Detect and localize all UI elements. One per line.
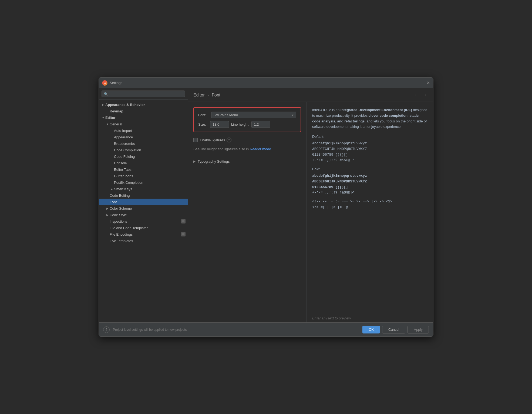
no-arrow: [105, 109, 110, 113]
sidebar-item-label: Appearance & Behavior: [105, 103, 186, 107]
preview-bold-upper: ABCDEFGHIJKLMNOPQRSTUVWXYZ: [312, 179, 428, 185]
sidebar-item-label: Font: [110, 200, 186, 204]
sidebar-item-code-completion[interactable]: Code Completion: [99, 147, 188, 153]
search-icon: 🔍: [104, 92, 108, 96]
sidebar-item-console[interactable]: Console: [99, 160, 188, 166]
help-button[interactable]: ?: [103, 326, 110, 333]
sidebar: 🔍 ▶ Appearance & Behavior Keymap: [99, 88, 188, 322]
font-settings-panel: Font: JetBrains Mono Consolas Courier Ne…: [188, 102, 307, 322]
sidebar-item-label: File and Code Templates: [110, 226, 186, 230]
ligature-row: Enable ligatures ?: [193, 138, 301, 142]
sidebar-item-editor-tabs[interactable]: Editor Tabs: [99, 166, 188, 173]
sidebar-item-label: Code Editing: [110, 193, 186, 198]
titlebar: ⬡ Settings ✕: [99, 78, 433, 88]
content-split: Font: JetBrains Mono Consolas Courier Ne…: [188, 102, 433, 322]
sidebar-item-code-folding[interactable]: Code Folding: [99, 153, 188, 160]
no-arrow: [105, 239, 110, 243]
apply-button[interactable]: Apply: [408, 326, 429, 333]
settings-dialog: ⬡ Settings ✕ 🔍 ▶ Appearance & Behavior: [99, 77, 433, 337]
sidebar-item-label: General: [110, 122, 186, 126]
sidebar-item-label: File Encodings: [110, 232, 180, 236]
sidebar-item-label: Console: [114, 161, 186, 165]
line-height-input[interactable]: [251, 121, 270, 128]
preview-bold-section: Bold: abcdefghijklmnopqrstuvwxyz ABCDEFG…: [312, 166, 428, 196]
sidebar-item-color-scheme[interactable]: ▶ Color Scheme: [99, 205, 188, 212]
reader-mode-prefix: See line height and ligatures also in: [193, 147, 250, 151]
sidebar-item-postfix-completion[interactable]: Postfix Completion: [99, 179, 188, 186]
sidebar-tree: ▶ Appearance & Behavior Keymap ▼ Editor …: [99, 100, 188, 322]
sidebar-item-label: Gutter Icons: [114, 174, 186, 178]
sidebar-item-label: Code Folding: [114, 155, 186, 159]
chevron-right-icon: ▶: [105, 213, 110, 217]
typography-settings-row[interactable]: ▶ Typography Settings: [193, 157, 301, 166]
font-size-row: Size: Line height:: [198, 121, 296, 128]
back-button[interactable]: ←: [414, 92, 420, 98]
preview-bold-lower: abcdefghijklmnopqrstuvwxyz: [312, 173, 428, 179]
font-select[interactable]: JetBrains Mono Consolas Courier New Fira…: [211, 112, 296, 118]
forward-button[interactable]: →: [422, 92, 428, 98]
no-arrow: [110, 128, 114, 133]
sidebar-item-label: Auto Import: [114, 129, 186, 133]
preview-area: IntelliJ IDEA is an Integrated Developme…: [307, 102, 433, 322]
sidebar-item-gutter-icons[interactable]: Gutter Icons: [99, 173, 188, 179]
file-encodings-badge: [181, 232, 186, 236]
preview-default-symbols: +-*/= .,;:!? #&$%@|^: [312, 158, 428, 163]
ligature-label: Enable ligatures: [200, 138, 225, 142]
sidebar-item-label: Live Templates: [110, 239, 186, 243]
sidebar-item-appearance[interactable]: Appearance: [99, 134, 188, 140]
no-arrow: [105, 193, 110, 198]
no-arrow: [110, 167, 114, 172]
preview-default-upper: ABCDEFGHIJKLMNOPQRSTUVWXYZ: [312, 146, 428, 152]
reader-mode-link[interactable]: Reader mode: [250, 147, 271, 151]
sidebar-item-keymap[interactable]: Keymap: [99, 108, 188, 114]
sidebar-item-file-encodings[interactable]: File Encodings: [99, 231, 188, 238]
sidebar-item-general[interactable]: ▼ General: [99, 121, 188, 127]
help-icon: ?: [105, 328, 107, 332]
sidebar-item-appearance-behavior[interactable]: ▶ Appearance & Behavior: [99, 101, 188, 108]
no-arrow: [110, 180, 114, 185]
font-config-box: Font: JetBrains Mono Consolas Courier Ne…: [193, 107, 301, 132]
help-icon[interactable]: ?: [227, 138, 231, 142]
font-size-input[interactable]: [210, 121, 229, 128]
sidebar-item-smart-keys[interactable]: ▶ Smart Keys: [99, 186, 188, 192]
font-label: Font:: [198, 113, 209, 117]
search-box: 🔍: [99, 88, 188, 100]
chevron-right-icon: ▶: [193, 160, 196, 163]
chevron-right-icon: ▶: [101, 102, 105, 107]
size-label: Size:: [198, 122, 208, 126]
reader-mode-text: See line height and ligatures also in Re…: [193, 147, 301, 152]
sidebar-item-code-style[interactable]: ▶ Code Style: [99, 212, 188, 218]
search-input[interactable]: [109, 92, 183, 96]
sidebar-item-live-templates[interactable]: Live Templates: [99, 238, 188, 244]
cancel-button[interactable]: Cancel: [382, 326, 405, 333]
sidebar-item-font[interactable]: Font: [99, 199, 188, 205]
preview-text[interactable]: IntelliJ IDEA is an Integrated Developme…: [307, 102, 433, 314]
sidebar-item-code-editing[interactable]: Code Editing: [99, 192, 188, 199]
preview-bold-symbols: +-*/= .,;:!? #&$%@|^: [312, 190, 428, 196]
chevron-right-icon: ▶: [105, 206, 110, 211]
sidebar-item-inspections[interactable]: Inspections: [99, 218, 188, 225]
preview-bold-label: Bold:: [312, 166, 428, 172]
sidebar-item-file-code-templates[interactable]: File and Code Templates: [99, 225, 188, 231]
no-arrow: [105, 219, 110, 223]
no-arrow: [110, 148, 114, 152]
no-arrow: [110, 135, 114, 139]
preview-enter-text: Enter any text to preview: [312, 316, 351, 320]
content-area: Editor › Font ← → Font:: [188, 88, 433, 322]
sidebar-item-auto-import[interactable]: Auto Import: [99, 127, 188, 134]
preview-default-lower: abcdefghijklmnopqrstuvwxyz: [312, 141, 428, 146]
chevron-down-icon: ▼: [105, 122, 110, 126]
search-input-wrap[interactable]: 🔍: [102, 91, 185, 97]
sidebar-item-editor[interactable]: ▼ Editor: [99, 114, 188, 121]
ok-button[interactable]: OK: [362, 326, 380, 333]
breadcrumb-separator: ›: [207, 93, 209, 97]
no-arrow: [105, 232, 110, 236]
no-arrow: [110, 161, 114, 165]
sidebar-item-breadcrumbs[interactable]: Breadcrumbs: [99, 140, 188, 147]
close-button[interactable]: ✕: [426, 81, 430, 85]
line-height-label: Line height:: [231, 122, 249, 126]
sidebar-item-label: Appearance: [114, 135, 186, 139]
sidebar-item-label: Color Scheme: [110, 206, 186, 211]
enable-ligatures-checkbox[interactable]: [193, 138, 198, 142]
footer: ? Project-level settings will be applied…: [99, 322, 433, 336]
